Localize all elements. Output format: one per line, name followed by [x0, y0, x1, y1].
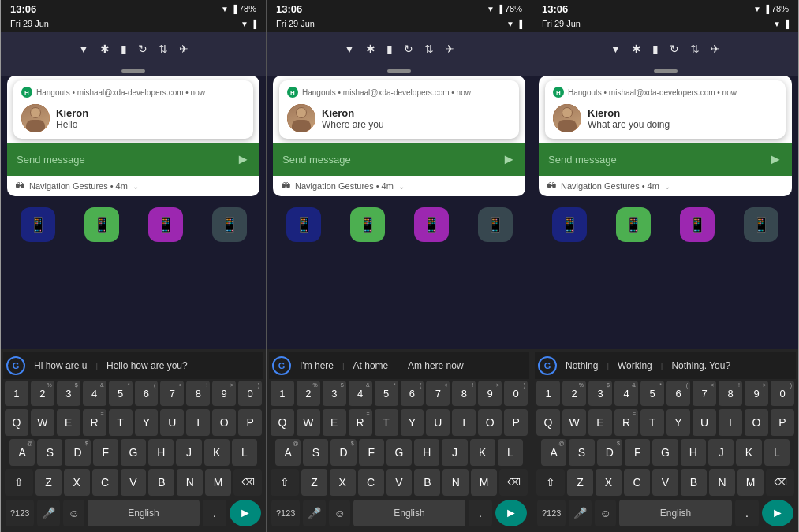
- send-bar[interactable]: Send message►: [539, 143, 792, 176]
- key-v[interactable]: V: [652, 469, 678, 496]
- app-icon-2[interactable]: 📱: [350, 207, 385, 242]
- key-m[interactable]: M: [737, 469, 764, 496]
- special-key[interactable]: ?123: [537, 500, 566, 526]
- key-s[interactable]: S: [569, 439, 594, 466]
- key-9[interactable]: 9>: [478, 381, 502, 406]
- key-8[interactable]: 8!: [452, 381, 476, 406]
- period-key[interactable]: .: [203, 500, 226, 526]
- key-0[interactable]: 0): [771, 381, 794, 406]
- key-y[interactable]: Y: [401, 409, 424, 436]
- key-1[interactable]: 1: [536, 381, 560, 406]
- delete-key[interactable]: ⌫: [233, 469, 262, 496]
- key-n[interactable]: N: [442, 469, 469, 496]
- mic-key[interactable]: 🎤: [303, 500, 326, 526]
- key-q[interactable]: Q: [271, 409, 294, 436]
- key-6[interactable]: 6(: [401, 381, 424, 406]
- emoji-key[interactable]: ☺: [329, 500, 349, 526]
- key-q[interactable]: Q: [536, 409, 560, 436]
- key-f[interactable]: F: [359, 439, 384, 466]
- suggestion-0[interactable]: I'm here: [296, 359, 338, 373]
- key-h[interactable]: H: [414, 439, 439, 466]
- suggestion-1[interactable]: Hello how are you?: [103, 359, 192, 373]
- key-c[interactable]: C: [92, 469, 118, 496]
- key-k[interactable]: K: [204, 439, 230, 466]
- key-5[interactable]: 5*: [375, 381, 398, 406]
- period-key[interactable]: .: [735, 500, 759, 526]
- key-m[interactable]: M: [205, 469, 231, 496]
- key-d[interactable]: D$: [65, 439, 90, 466]
- key-g[interactable]: G: [652, 439, 678, 466]
- key-b[interactable]: B: [148, 469, 174, 496]
- key-i[interactable]: I: [719, 409, 742, 436]
- key-2[interactable]: 2%: [31, 381, 54, 406]
- key-d[interactable]: D$: [597, 439, 622, 466]
- key-1[interactable]: 1: [271, 381, 294, 406]
- app-icon-2[interactable]: 📱: [616, 207, 651, 242]
- key-u[interactable]: U: [426, 409, 450, 436]
- key-n[interactable]: N: [177, 469, 203, 496]
- key-x[interactable]: X: [64, 469, 90, 496]
- key-s[interactable]: S: [37, 439, 62, 466]
- key-o[interactable]: O: [745, 409, 768, 436]
- key-z[interactable]: Z: [301, 469, 327, 496]
- send-bar[interactable]: Send message►: [273, 143, 525, 176]
- shift-key[interactable]: ⇧: [536, 469, 565, 496]
- key-i[interactable]: I: [186, 409, 210, 436]
- emoji-key[interactable]: ☺: [63, 500, 84, 526]
- key-0[interactable]: 0): [238, 381, 262, 406]
- period-key[interactable]: .: [469, 500, 492, 526]
- key-v[interactable]: V: [386, 469, 413, 496]
- key-p[interactable]: P: [238, 409, 262, 436]
- key-5[interactable]: 5*: [109, 381, 133, 406]
- enter-key[interactable]: ►: [495, 500, 527, 526]
- send-arrow-icon[interactable]: ►: [768, 151, 782, 168]
- key-t[interactable]: T: [375, 409, 398, 436]
- key-p[interactable]: P: [504, 409, 528, 436]
- key-b[interactable]: B: [414, 469, 440, 496]
- key-z[interactable]: Z: [567, 469, 593, 496]
- key-n[interactable]: N: [709, 469, 735, 496]
- key-c[interactable]: C: [358, 469, 384, 496]
- send-arrow-icon[interactable]: ►: [236, 151, 250, 168]
- key-k[interactable]: K: [736, 439, 761, 466]
- suggestion-2[interactable]: Am here now: [404, 359, 468, 373]
- key-f[interactable]: F: [625, 439, 650, 466]
- send-arrow-icon[interactable]: ►: [502, 151, 516, 168]
- key-a[interactable]: A@: [9, 439, 35, 466]
- key-4[interactable]: 4&: [614, 381, 638, 406]
- key-t[interactable]: T: [640, 409, 664, 436]
- key-8[interactable]: 8!: [186, 381, 210, 406]
- app-icon-4[interactable]: 📱: [212, 207, 247, 242]
- space-key[interactable]: English: [88, 500, 200, 526]
- key-4[interactable]: 4&: [83, 381, 106, 406]
- key-r[interactable]: R=: [349, 409, 372, 436]
- key-7[interactable]: 7<: [693, 381, 716, 406]
- key-v[interactable]: V: [121, 469, 147, 496]
- key-k[interactable]: K: [470, 439, 495, 466]
- suggestion-0[interactable]: Hi how are u: [30, 359, 91, 373]
- key-j[interactable]: J: [176, 439, 201, 466]
- key-4[interactable]: 4&: [349, 381, 372, 406]
- app-icon-3[interactable]: 📱: [414, 207, 449, 242]
- suggestion-2[interactable]: Nothing. You?: [667, 359, 734, 373]
- key-z[interactable]: Z: [35, 469, 62, 496]
- app-icon-4[interactable]: 📱: [478, 207, 513, 242]
- key-2[interactable]: 2%: [562, 381, 586, 406]
- key-u[interactable]: U: [160, 409, 184, 436]
- key-j[interactable]: J: [442, 439, 467, 466]
- key-5[interactable]: 5*: [640, 381, 664, 406]
- app-icon-1[interactable]: 📱: [21, 207, 55, 242]
- suggestion-1[interactable]: Working: [614, 359, 656, 373]
- app-icon-4[interactable]: 📱: [744, 207, 778, 242]
- key-a[interactable]: A@: [541, 439, 566, 466]
- key-w[interactable]: W: [562, 409, 586, 436]
- key-9[interactable]: 9>: [745, 381, 768, 406]
- app-icon-1[interactable]: 📱: [552, 207, 587, 242]
- delete-key[interactable]: ⌫: [766, 469, 794, 496]
- shift-key[interactable]: ⇧: [5, 469, 33, 496]
- mic-key[interactable]: 🎤: [37, 500, 60, 526]
- mic-key[interactable]: 🎤: [569, 500, 592, 526]
- key-s[interactable]: S: [303, 439, 328, 466]
- key-r[interactable]: R=: [614, 409, 638, 436]
- key-3[interactable]: 3$: [323, 381, 346, 406]
